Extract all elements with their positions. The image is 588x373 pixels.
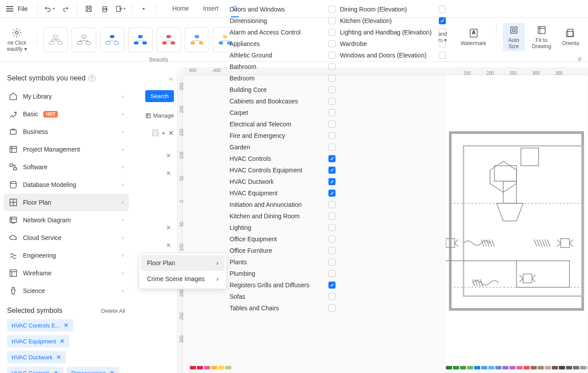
export-icon[interactable]: ▾	[113, 3, 128, 15]
selected-chip[interactable]: HVAC Controls✕	[7, 367, 63, 373]
symbol-option[interactable]: Dimensioning	[230, 15, 335, 27]
checkbox[interactable]	[439, 40, 446, 47]
symbol-option[interactable]: Plants	[230, 256, 335, 268]
symbol-option[interactable]: HVAC Controls Equipment	[230, 164, 335, 176]
checkbox[interactable]	[328, 63, 335, 70]
checkbox[interactable]	[328, 75, 335, 82]
checkbox[interactable]	[328, 155, 335, 162]
symbol-option[interactable]: Plumbing	[230, 268, 335, 279]
symbol-option[interactable]: Appliances	[230, 38, 335, 49]
symbol-option[interactable]: Fire and Emergency	[230, 130, 335, 141]
help-icon[interactable]: ?	[88, 75, 95, 82]
color-swatch[interactable]	[531, 366, 537, 369]
close-panel-icon[interactable]: ✕	[168, 129, 174, 137]
symbol-option[interactable]: Doors and Windows	[230, 4, 335, 15]
checkbox[interactable]	[328, 40, 335, 47]
checkbox[interactable]	[439, 17, 446, 24]
symbol-option[interactable]: Bathroom	[230, 61, 335, 72]
symbol-option[interactable]: Tables and Chairs	[230, 302, 335, 314]
manage-link[interactable]: Manage	[145, 112, 174, 119]
symbol-option[interactable]: HVAC Equipment	[230, 187, 335, 199]
checkbox[interactable]	[328, 247, 335, 254]
print-icon[interactable]	[98, 3, 112, 15]
tab-insert[interactable]: Insert	[201, 0, 220, 17]
redo-icon[interactable]	[58, 3, 72, 15]
category-database-modeling[interactable]: Database Modeling›	[4, 176, 129, 194]
checkbox[interactable]	[328, 109, 335, 116]
color-swatch[interactable]	[516, 366, 523, 369]
color-swatch[interactable]	[453, 366, 459, 369]
selected-chip[interactable]: HVAC Equipment✕	[7, 335, 69, 347]
color-swatch[interactable]	[573, 366, 579, 369]
color-swatch[interactable]	[524, 366, 530, 369]
checkbox[interactable]	[328, 213, 335, 220]
color-swatch[interactable]	[552, 366, 558, 369]
chip-remove-icon[interactable]: ✕	[109, 369, 115, 373]
color-palette-right[interactable]	[446, 366, 588, 369]
collapse-icon[interactable]: ‹‹	[169, 75, 173, 82]
chip-remove-icon[interactable]: ✕	[53, 369, 59, 373]
color-swatch[interactable]	[218, 366, 224, 369]
category-engineering[interactable]: Engineering›	[4, 247, 129, 264]
symbol-option[interactable]: Athletic Ground	[230, 49, 335, 61]
checkbox[interactable]	[328, 86, 335, 93]
category-project-management[interactable]: Project Management›	[4, 141, 129, 158]
color-swatch[interactable]	[488, 366, 494, 369]
color-swatch[interactable]	[211, 366, 217, 369]
color-swatch[interactable]	[474, 366, 480, 369]
symbol-option[interactable]: Lighting and Handbag (Elevation)	[340, 27, 446, 38]
symbol-option[interactable]: Dining Room (Elevation)	[340, 4, 446, 15]
add-icon[interactable]: +	[162, 129, 166, 137]
checkbox[interactable]	[328, 132, 335, 139]
checkbox[interactable]	[328, 236, 335, 243]
close-icon[interactable]: ✕	[166, 224, 171, 231]
more-icon[interactable]: ▾	[137, 3, 151, 15]
chip-remove-icon[interactable]: ✕	[56, 354, 61, 361]
symbol-option[interactable]: Registers Grills and Diffusers	[230, 279, 335, 291]
category-cloud-service[interactable]: Cloud Service›	[4, 229, 129, 247]
color-swatch[interactable]	[467, 366, 473, 369]
checkbox[interactable]	[439, 6, 446, 13]
symbol-option[interactable]: Building Core	[230, 84, 335, 95]
selected-chip[interactable]: Dimensioning✕	[67, 367, 119, 373]
delete-all-link[interactable]: Delete All	[101, 308, 125, 314]
checkbox[interactable]	[328, 259, 335, 266]
checkbox[interactable]	[328, 144, 335, 151]
one-click-beautify-button[interactable]: ne Click eautify ▾	[4, 26, 30, 54]
color-swatch[interactable]	[225, 366, 231, 369]
menu-icon[interactable]	[4, 4, 16, 14]
undo-icon[interactable]: ▾	[42, 3, 57, 15]
checkbox[interactable]	[328, 29, 335, 36]
symbol-option[interactable]: Cabinets and Bookcases	[230, 95, 335, 107]
close-icon[interactable]: ✕	[166, 170, 171, 177]
selected-chip[interactable]: HVAC Controls E...✕	[7, 319, 73, 331]
watermark-button[interactable]: A Watermark	[457, 23, 490, 51]
checkbox[interactable]	[328, 201, 335, 208]
chip-remove-icon[interactable]: ✕	[60, 338, 65, 345]
shape-style-3[interactable]	[100, 27, 124, 52]
color-swatch[interactable]	[460, 366, 466, 369]
symbol-option[interactable]: Windows and Doors (Elevation)	[340, 49, 446, 61]
checkbox[interactable]	[328, 178, 335, 185]
symbol-option[interactable]: Office Furniture	[230, 245, 335, 256]
symbol-option[interactable]: Bedroom	[230, 72, 335, 84]
checkbox[interactable]	[328, 167, 335, 174]
symbol-option[interactable]: Garden	[230, 141, 335, 153]
color-swatch[interactable]	[204, 366, 210, 369]
color-swatch[interactable]	[502, 366, 509, 369]
auto-size-button[interactable]: Auto Size	[503, 23, 525, 51]
symbol-option[interactable]: Wardrobe	[340, 38, 446, 49]
category-software[interactable]: Software›	[4, 158, 129, 176]
symbol-option[interactable]: Kitchen and Dining Room	[230, 210, 335, 222]
checkbox[interactable]	[328, 293, 335, 300]
color-swatch[interactable]	[495, 366, 501, 369]
checkbox[interactable]	[328, 224, 335, 231]
tab-home[interactable]: Home	[171, 0, 191, 17]
symbol-option[interactable]: Kitchen (Elevation)	[340, 15, 446, 27]
color-swatch[interactable]	[566, 366, 572, 369]
checkbox[interactable]	[328, 270, 335, 277]
fit-to-drawing-button[interactable]: Fit to Drawing	[528, 23, 555, 51]
color-swatch[interactable]	[559, 366, 565, 369]
symbol-option[interactable]: Electrical and Telecom	[230, 118, 335, 130]
category-science[interactable]: Science›	[4, 282, 129, 300]
